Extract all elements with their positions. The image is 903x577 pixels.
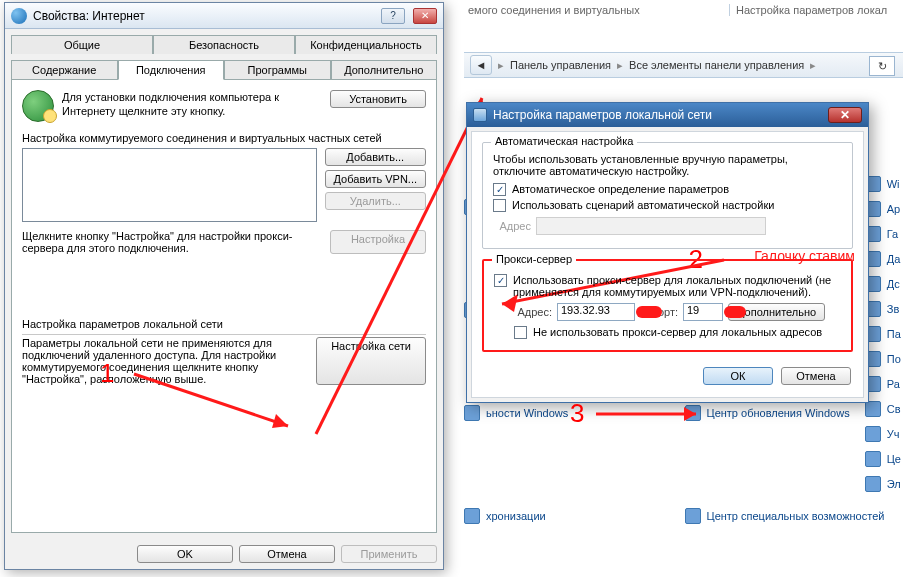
lan-ok-button[interactable]: ОК — [703, 367, 773, 385]
cp-item[interactable]: Па — [865, 326, 901, 342]
close-button[interactable]: ✕ — [413, 8, 437, 24]
proxy-address-input[interactable]: 193.32.93 — [557, 303, 635, 321]
bypass-local-checkbox[interactable] — [514, 326, 527, 339]
refresh-icon[interactable]: ↻ — [869, 56, 895, 76]
annotation-1: 1 — [100, 358, 114, 389]
tab-privacy[interactable]: Конфиденциальность — [295, 35, 437, 54]
auto-detect-checkbox[interactable] — [493, 183, 506, 196]
proxy-group: Прокси-сервер Использовать прокси-сервер… — [482, 259, 853, 352]
lan-cancel-button[interactable]: Отмена — [781, 367, 851, 385]
help-button[interactable]: ? — [381, 8, 405, 24]
add-button[interactable]: Добавить... — [325, 148, 426, 166]
crumb-2[interactable]: Все элементы панели управления — [629, 59, 804, 71]
cp-icon — [865, 401, 881, 417]
cp-item[interactable]: Эл — [865, 476, 901, 492]
script-address-label: Адрес — [493, 220, 531, 232]
add-vpn-button[interactable]: Добавить VPN... — [325, 170, 426, 188]
install-row: Для установки подключения компьютера к И… — [22, 90, 426, 122]
tab-advanced[interactable]: Дополнительно — [331, 60, 438, 79]
lan-section-header: Настройка параметров локальной сети — [22, 318, 426, 330]
install-button[interactable]: Установить — [330, 90, 426, 108]
cp-icon — [865, 426, 881, 442]
lan-settings-button[interactable]: Настройка сети — [316, 337, 426, 385]
lan-settings-dialog: Настройка параметров локальной сети ✕ Ав… — [466, 102, 869, 403]
network-icon — [473, 108, 487, 122]
use-script-label: Использовать сценарий автоматической нас… — [512, 199, 774, 211]
use-proxy-label: Использовать прокси-сервер для локальных… — [513, 274, 841, 298]
internet-properties-dialog: Свойства: Интернет ? ✕ Общие Безопасност… — [4, 2, 444, 570]
cp-icon — [685, 405, 701, 421]
svg-marker-1 — [272, 414, 288, 428]
tab-programs[interactable]: Программы — [224, 60, 331, 79]
redacted-mark — [636, 306, 662, 318]
proxy-address-label: Адрес: — [514, 306, 552, 318]
tab-general[interactable]: Общие — [11, 35, 153, 54]
proxy-legend: Прокси-сервер — [492, 253, 576, 265]
use-proxy-checkbox[interactable] — [494, 274, 507, 287]
explorer-breadcrumb-bar: ◄ ▸ Панель управления ▸ Все элементы пан… — [464, 52, 903, 78]
cp-item[interactable]: Ра — [865, 376, 901, 392]
dialup-label: Настройка коммутируемого соединения и ви… — [22, 132, 426, 144]
nav-back-icon[interactable]: ◄ — [470, 55, 492, 75]
proxy-hint: Щелкните кнопку "Настройка" для настройк… — [22, 230, 322, 254]
crumb-1[interactable]: Панель управления — [510, 59, 611, 71]
cp-item[interactable]: Ар — [865, 201, 901, 217]
lan-dialog-title: Настройка параметров локальной сети — [493, 108, 822, 122]
apply-button: Применить — [341, 545, 437, 563]
auto-config-hint: Чтобы использовать установленные вручную… — [493, 153, 842, 177]
use-script-checkbox[interactable] — [493, 199, 506, 212]
bypass-local-label: Не использовать прокси-сервер для локаль… — [533, 326, 822, 338]
tab-content[interactable]: Содержание — [11, 60, 118, 79]
cp-item[interactable]: Дс — [865, 276, 901, 292]
proxy-port-input[interactable]: 19 — [683, 303, 723, 321]
tab-row-1: Общие Безопасность Конфиденциальность — [11, 35, 437, 54]
globe-icon — [11, 8, 27, 24]
cp-item[interactable]: Уч — [865, 426, 901, 442]
lan-dialog-buttons: ОК Отмена — [482, 362, 853, 387]
dialog-title: Свойства: Интернет — [33, 9, 373, 23]
cp-icon — [464, 405, 480, 421]
auto-config-legend: Автоматическая настройка — [491, 135, 637, 147]
cp-icon — [865, 451, 881, 467]
dialup-listbox[interactable] — [22, 148, 317, 222]
cp-item[interactable]: Га — [865, 226, 901, 242]
lan-dialog-body: Автоматическая настройка Чтобы использов… — [471, 131, 864, 398]
cp-item[interactable]: По — [865, 351, 901, 367]
auto-detect-label: Автоматическое определение параметров — [512, 183, 729, 195]
cp-item[interactable]: Св — [865, 401, 901, 417]
tab-body-connections: Для установки подключения компьютера к И… — [11, 79, 437, 533]
lan-close-button[interactable]: ✕ — [828, 107, 862, 123]
annotation-3: 3 — [570, 398, 584, 429]
lan-titlebar: Настройка параметров локальной сети ✕ — [467, 103, 868, 127]
cp-icon — [865, 476, 881, 492]
cp-item[interactable]: Да — [865, 251, 901, 267]
lan-section: Настройка параметров локальной сети Пара… — [22, 318, 426, 385]
remove-button: Удалить... — [325, 192, 426, 210]
auto-config-group: Автоматическая настройка Чтобы использов… — [482, 142, 853, 249]
tab-connections[interactable]: Подключения — [118, 60, 225, 80]
cp-item[interactable]: Центр специальных возможностей — [685, 468, 896, 563]
settings-button: Настройка — [330, 230, 426, 254]
install-globe-icon — [22, 90, 54, 122]
cp-icon — [685, 508, 701, 524]
dialog-buttons: OK Отмена Применить — [5, 539, 443, 569]
cp-item[interactable]: Це — [865, 451, 901, 467]
redacted-mark — [724, 306, 746, 318]
ok-button[interactable]: OK — [137, 545, 233, 563]
lan-hint-text: Параметры локальной сети не применяются … — [22, 337, 308, 385]
tab-security[interactable]: Безопасность — [153, 35, 295, 54]
cp-item[interactable]: Зв — [865, 301, 901, 317]
script-address-input — [536, 217, 766, 235]
cp-item[interactable]: Wi — [865, 176, 901, 192]
cp-item[interactable]: хронизации — [464, 468, 675, 563]
cp-icon — [464, 508, 480, 524]
bg-frag-2: Настройка параметров локал — [729, 4, 899, 16]
tab-row-2: Содержание Подключения Программы Дополни… — [11, 60, 437, 79]
install-text: Для установки подключения компьютера к И… — [62, 90, 322, 119]
titlebar: Свойства: Интернет ? ✕ — [5, 3, 443, 29]
cancel-button[interactable]: Отмена — [239, 545, 335, 563]
